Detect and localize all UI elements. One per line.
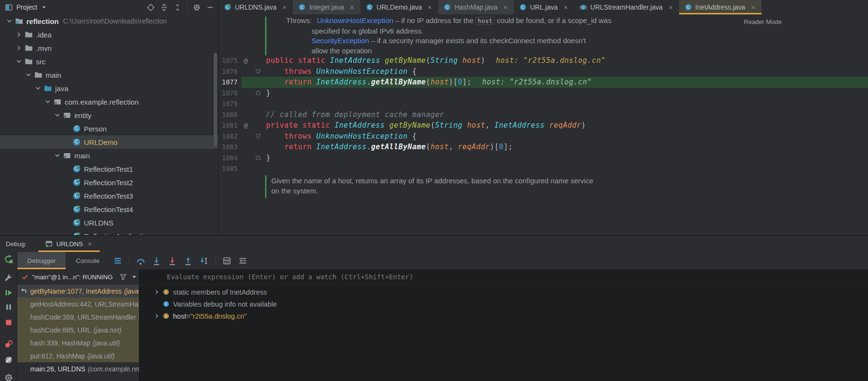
chevron-down-icon[interactable]	[43, 97, 52, 106]
tree-item[interactable]: CPerson	[0, 122, 218, 135]
tree-item[interactable]: CReflectionTest4	[0, 202, 218, 216]
chevron-down-icon[interactable]	[41, 4, 47, 11]
tree-item[interactable]: src	[0, 55, 218, 68]
chevron-right-icon[interactable]	[14, 30, 23, 39]
code-line[interactable]: 1077 return InetAddress.getAllByName(hos…	[219, 77, 868, 88]
close-icon[interactable]	[668, 4, 674, 11]
step-into-icon[interactable]	[152, 256, 161, 265]
tree-item[interactable]: CReflectionTest2	[0, 176, 218, 189]
code-line[interactable]: 1085	[219, 163, 868, 174]
editor-tab[interactable]: (C)URLStreamHandler.java	[574, 0, 679, 14]
chevron-right-icon[interactable]	[14, 44, 23, 52]
frame-row[interactable]: hash:339, HashMap(java.util)	[17, 336, 139, 349]
code-line[interactable]: 1075@public static InetAddress getByName…	[219, 55, 868, 66]
editor-tab[interactable]: CURLDNS.java	[219, 0, 293, 14]
thread-selector[interactable]: "main"@1 in...n": RUNNING	[17, 269, 139, 285]
step-over-icon[interactable]	[136, 256, 145, 265]
frame-row[interactable]: getByName:1077, InetAddress(java.n	[17, 285, 139, 298]
line-number-gutter[interactable]: 1080	[219, 111, 240, 119]
line-number-gutter[interactable]: 1081	[219, 121, 240, 129]
code-line[interactable]: 1083 return InetAddress.getAllByName(hos…	[219, 142, 868, 153]
chevron-right-icon[interactable]	[153, 312, 161, 320]
line-number-gutter[interactable]: 1077	[219, 78, 240, 86]
editor-tab[interactable]: CInetAddress.java	[679, 0, 762, 14]
debug-session-tab[interactable]: URLDNS	[38, 236, 100, 252]
resume-icon[interactable]	[4, 288, 13, 298]
tree-item[interactable]: main	[0, 149, 218, 162]
close-icon[interactable]	[563, 4, 569, 11]
gear-icon[interactable]	[4, 373, 13, 381]
chevron-down-icon[interactable]	[53, 151, 62, 160]
line-number-gutter[interactable]: 1084	[219, 154, 240, 162]
tree-item[interactable]: CReflectionTest3	[0, 189, 218, 202]
tree-item[interactable]: CURLDNS	[0, 216, 218, 229]
tree-item[interactable]: com.example.reflection	[0, 95, 218, 108]
chevron-down-icon[interactable]	[34, 84, 43, 93]
fold-gutter[interactable]	[252, 90, 264, 96]
fold-up-icon[interactable]	[255, 90, 261, 96]
close-icon[interactable]	[349, 4, 355, 11]
fold-gutter[interactable]	[252, 68, 264, 74]
tree-item[interactable]: .mvn	[0, 41, 218, 55]
step-out-icon[interactable]	[184, 256, 193, 265]
line-number-gutter[interactable]: 1083	[219, 143, 240, 151]
line-number-gutter[interactable]: 1079	[219, 100, 240, 107]
editor-tab[interactable]: CURLDemo.java	[360, 0, 439, 14]
frame-row[interactable]: put:612, HashMap(java.util)	[17, 349, 139, 362]
tree-item[interactable]: .idea	[0, 28, 218, 41]
close-icon[interactable]	[427, 4, 433, 11]
evaluate-calculator-icon[interactable]	[222, 256, 231, 265]
tree-item[interactable]: reflectionC:\Users\root\Downloads\reflec…	[0, 14, 218, 28]
evaluate-expression-input[interactable]: Evaluate expression (Enter) or add a wat…	[139, 269, 868, 285]
editor-tab[interactable]: CHashMap.java	[438, 0, 514, 14]
debug-view-tab[interactable]: Console	[66, 252, 110, 269]
javadoc-link[interactable]: UnknownHostException	[317, 16, 393, 24]
project-tree-scrollbar[interactable]	[214, 53, 217, 146]
line-number-gutter[interactable]: 1075	[219, 57, 240, 64]
close-icon[interactable]	[750, 4, 756, 11]
fold-down-icon[interactable]	[255, 133, 261, 139]
tree-item[interactable]: entity	[0, 108, 218, 122]
line-number-gutter[interactable]: 1076	[219, 68, 240, 75]
collapse-all-icon[interactable]	[174, 3, 182, 12]
editor-tab[interactable]: CURL.java	[514, 0, 574, 14]
variable-row[interactable]: iVariables debug info not available	[139, 298, 868, 310]
fold-gutter[interactable]	[252, 155, 264, 161]
fold-gutter[interactable]	[252, 133, 264, 139]
fold-up-icon[interactable]	[255, 155, 261, 161]
view-breakpoints-icon[interactable]	[4, 339, 13, 349]
hamburger-icon[interactable]	[113, 256, 122, 265]
debug-view-tab[interactable]: Debugger	[17, 252, 66, 269]
javadoc-link[interactable]: SecurityException	[312, 36, 369, 45]
code-line[interactable]: 1080// called from deployment cache mana…	[219, 109, 868, 120]
chevron-down-icon[interactable]	[24, 71, 33, 79]
code-line[interactable]: 1082 throws UnknownHostException {	[219, 131, 868, 142]
tree-item[interactable]: CReflectionTest1	[0, 162, 218, 176]
code-line[interactable]: 1079	[219, 98, 868, 109]
expand-all-icon[interactable]	[160, 3, 168, 12]
chevron-down-icon[interactable]	[5, 17, 14, 25]
chevron-down-icon[interactable]	[53, 111, 62, 119]
frame-row[interactable]: getHostAddress:442, URLStreamHan	[17, 298, 139, 310]
line-number-gutter[interactable]: 1085	[219, 165, 240, 172]
code-line[interactable]: 1076 throws UnknownHostException {	[219, 66, 868, 77]
variable-row[interactable]: phost = "r2t55a.dnslog.cn"	[139, 310, 868, 322]
tree-item[interactable]: main	[0, 68, 218, 82]
layout-settings-icon[interactable]	[238, 256, 247, 265]
close-icon[interactable]	[502, 4, 509, 11]
frame-row[interactable]: hashCode:885, URL(java.net)	[17, 323, 139, 336]
fold-down-icon[interactable]	[255, 68, 261, 74]
run-to-cursor-icon[interactable]	[199, 256, 208, 265]
close-icon[interactable]	[87, 241, 93, 247]
chevron-down-icon[interactable]	[14, 57, 23, 66]
pause-icon[interactable]	[4, 302, 13, 312]
project-panel-title[interactable]: Project	[16, 3, 37, 11]
code-line[interactable]: 1078}	[219, 88, 868, 99]
mute-breakpoints-icon[interactable]	[4, 355, 13, 365]
tree-item[interactable]: java	[0, 82, 218, 95]
stop-icon[interactable]	[4, 318, 13, 327]
close-icon[interactable]	[281, 4, 288, 11]
filter-funnel-icon[interactable]	[119, 273, 127, 281]
line-number-gutter[interactable]: 1078	[219, 89, 240, 97]
tree-item[interactable]: CReflectionApplication	[0, 229, 218, 235]
